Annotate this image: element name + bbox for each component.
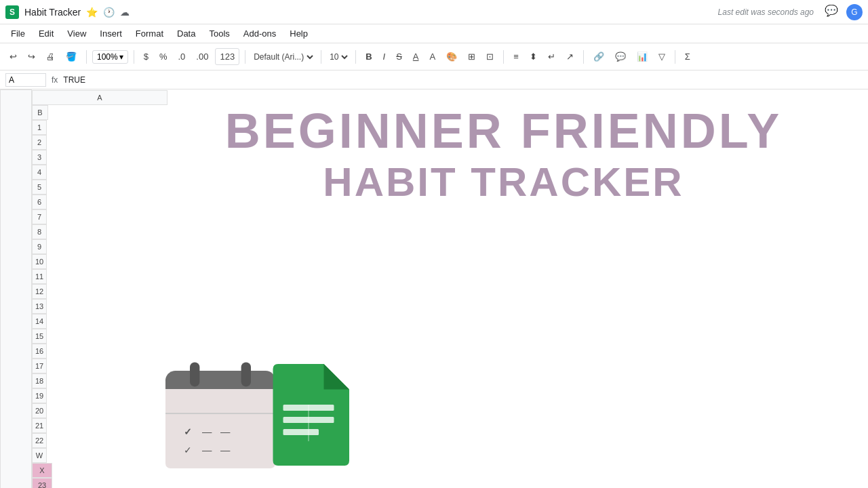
sep4 [321,50,321,64]
col-header-a[interactable]: A [32,90,167,105]
col-header-6[interactable]: 6 [32,195,47,209]
col-header-1[interactable]: 1 [32,120,47,135]
col-header-16[interactable]: 16 [32,344,47,359]
col-header-13[interactable]: 13 [32,299,47,314]
chat-icon[interactable]: 💬 [825,4,838,20]
col-header-18[interactable]: 18 [32,373,47,388]
zoom-value: 100% [97,52,118,62]
filter-button[interactable]: ▽ [654,49,669,64]
percent-button[interactable]: % [155,49,172,64]
history-icon[interactable]: 🕐 [103,7,115,18]
col-header-21[interactable]: 21 [32,418,47,433]
title-bar: S Habit Tracker ⭐ 🕐 ☁ Last edit was seco… [0,0,868,24]
app-icon: S [5,5,19,19]
account-icon[interactable]: G [846,4,863,20]
col-header-4[interactable]: 4 [32,165,47,180]
font-size-select[interactable]: 10 [327,52,350,62]
redo-button[interactable]: ↪ [24,49,39,64]
decimal2-button[interactable]: .00 [192,49,212,64]
menu-view[interactable]: View [62,27,92,40]
col-header-17[interactable]: 17 [32,359,47,373]
app-title: Habit Tracker [24,7,81,18]
col-header-12[interactable]: 12 [32,284,47,299]
link-button[interactable]: 🔗 [589,49,608,64]
undo-button[interactable]: ↩ [5,49,21,64]
menu-tools[interactable]: Tools [203,27,235,40]
comment-button[interactable]: 💬 [611,49,630,64]
col-header-b[interactable]: B [32,105,48,120]
sep1 [86,50,87,64]
star-icon[interactable]: ⭐ [86,7,98,18]
col-header-y[interactable]: 23 [32,478,52,489]
col-header-x[interactable]: X [32,463,52,478]
col-header-15[interactable]: 15 [32,329,47,344]
menu-data[interactable]: Data [172,27,201,40]
window-icons: 💬 G [825,4,863,20]
menu-bar: File Edit View Insert Format Data Tools … [0,24,868,43]
col-header-3[interactable]: 3 [32,150,47,165]
strikethrough-button[interactable]: S [392,49,406,64]
fx-label: fx [52,75,58,85]
font-select[interactable]: Default (Ari...) [251,52,315,62]
sep6 [503,50,504,64]
col-header-20[interactable]: 20 [32,403,47,418]
toolbar: ↩ ↪ 🖨 🪣 100% ▾ $ % .0 .00 123 Default (A… [0,43,868,70]
bold-button[interactable]: B [361,49,376,64]
sep5 [355,50,356,64]
borders-button[interactable]: ⊞ [464,49,479,64]
col-header-19[interactable]: 19 [32,388,47,403]
col-header-14[interactable]: 14 [32,314,47,329]
corner-header [1,90,32,489]
merge-button[interactable]: ⊡ [482,49,498,64]
print-button[interactable]: 🖨 [42,49,59,64]
col-header-7[interactable]: 7 [32,209,47,224]
col-header-11[interactable]: 11 [32,269,47,284]
zoom-control[interactable]: 100% ▾ [92,50,128,64]
title-icons: ⭐ 🕐 ☁ [86,7,130,18]
col-header-w[interactable]: W [32,448,47,463]
paint-format-button[interactable]: 🪣 [62,49,81,64]
menu-edit[interactable]: Edit [33,27,59,40]
underline-button[interactable]: A [409,49,423,64]
cell-reference-input[interactable] [5,73,46,87]
menu-help[interactable]: Help [284,27,313,40]
zoom-dropdown-icon: ▾ [119,52,123,62]
col-header-10[interactable]: 10 [32,254,47,269]
formula-input[interactable] [63,75,863,85]
valign-button[interactable]: ⬍ [526,49,541,64]
col-header-5[interactable]: 5 [32,180,47,195]
sep3 [245,50,245,64]
currency-button[interactable]: $ [140,49,153,64]
sep2 [134,50,134,64]
halign-button[interactable]: ≡ [509,49,523,64]
italic-button[interactable]: I [379,49,390,64]
sep7 [583,50,584,64]
col-header-2[interactable]: 2 [32,135,47,150]
col-header-8[interactable]: 8 [32,224,47,239]
wrap-button[interactable]: ↵ [544,49,559,64]
save-status: Last edit was seconds ago [718,7,814,17]
decimal1-button[interactable]: .0 [174,49,190,64]
formula-bar: fx [0,70,868,89]
menu-insert[interactable]: Insert [94,27,127,40]
menu-file[interactable]: File [5,27,31,40]
chart-button[interactable]: 📊 [633,49,652,64]
cloud-icon[interactable]: ☁ [120,7,130,18]
sheet-container: A B 1 2 3 4 5 6 7 8 9 10 11 12 1 [0,89,868,488]
rotate-button[interactable]: ↗ [562,49,578,64]
menu-format[interactable]: Format [130,27,169,40]
more-formats-button[interactable]: 123 [215,48,239,65]
sep8 [675,50,675,64]
text-color-button[interactable]: A [425,49,439,64]
col-header-9[interactable]: 9 [32,239,47,254]
function-button[interactable]: Σ [681,49,694,64]
menu-addons[interactable]: Add-ons [238,27,281,40]
col-header-22[interactable]: 22 [32,433,47,448]
fill-color-button[interactable]: 🎨 [442,49,461,64]
